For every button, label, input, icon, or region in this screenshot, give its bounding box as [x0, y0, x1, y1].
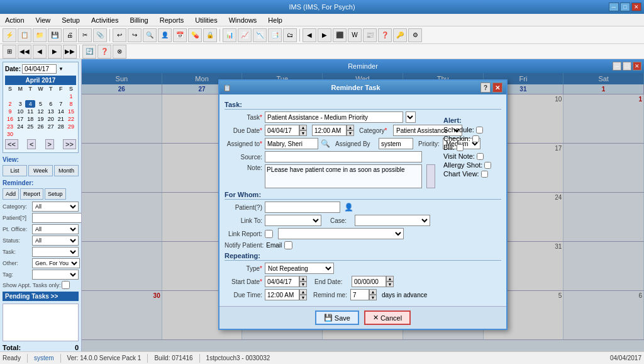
tb-btn-13[interactable]: 💊	[188, 28, 202, 42]
cal-day-13[interactable]: 13	[46, 108, 56, 115]
remind-days-up[interactable]: ▲	[369, 289, 377, 295]
filter-status-select[interactable]: All	[32, 236, 79, 246]
tb-btn-9[interactable]: ↪	[128, 28, 142, 42]
cal-day-17[interactable]: 17	[15, 115, 25, 123]
tb2-btn-1[interactable]: ⊞	[3, 45, 16, 59]
link-report-checkbox[interactable]	[265, 230, 273, 238]
tb-btn-27[interactable]: ⚙	[408, 28, 422, 42]
menu-utilities[interactable]: Utilities	[192, 16, 219, 25]
tb-btn-20[interactable]: ◀	[303, 28, 316, 42]
alert-schedule-checkbox[interactable]	[476, 127, 483, 134]
due-date-down[interactable]: ▼	[299, 130, 307, 136]
patient-input[interactable]	[265, 202, 340, 213]
date-dropdown-arrow[interactable]: ▼	[58, 65, 64, 72]
remind-days-input[interactable]	[350, 289, 369, 300]
reminder-maximize-btn[interactable]: □	[623, 62, 631, 71]
tb-btn-5[interactable]: 🖨	[63, 28, 77, 42]
menu-view[interactable]: View	[33, 16, 53, 25]
tb-btn-26[interactable]: 🔑	[393, 28, 407, 42]
end-date-down[interactable]: ▼	[386, 282, 394, 287]
case-select[interactable]	[355, 215, 430, 226]
repeat-type-select[interactable]: Not Repeating	[265, 263, 334, 274]
tb-btn-6[interactable]: ✂	[78, 28, 92, 42]
cal-day-14[interactable]: 14	[56, 108, 66, 115]
tb-btn-21[interactable]: ▶	[318, 28, 331, 42]
tb-btn-4[interactable]: 💾	[48, 28, 62, 42]
save-button[interactable]: 💾 Save	[315, 310, 359, 325]
tb2-refresh-btn[interactable]: 🔄	[82, 45, 96, 59]
due-time2-down[interactable]: ▼	[299, 295, 307, 300]
maximize-button[interactable]: □	[620, 3, 630, 11]
filter-pt-office-select[interactable]: All	[32, 224, 79, 234]
cal-day-4-today[interactable]: 4	[25, 100, 35, 108]
view-list-btn[interactable]: List	[3, 165, 27, 176]
remind-days-down[interactable]: ▼	[369, 295, 377, 300]
tb-btn-25[interactable]: ❓	[378, 28, 392, 42]
cal-next[interactable]: >	[45, 139, 54, 149]
tb-btn-19[interactable]: 🗂	[283, 28, 297, 42]
cal-day-29[interactable]: 29	[66, 123, 76, 130]
tb2-btn-3[interactable]: ◀	[33, 45, 47, 59]
cal-day-12[interactable]: 12	[35, 108, 45, 115]
assigned-by-input[interactable]	[379, 138, 413, 149]
cal-day-3[interactable]: 3	[15, 100, 25, 108]
cal-day-24[interactable]: 24	[15, 123, 25, 130]
dialog-help-btn[interactable]: ?	[480, 82, 491, 93]
menu-help[interactable]: Help	[265, 16, 285, 25]
cal-day-11[interactable]: 11	[25, 108, 35, 115]
pending-tasks-link[interactable]: Pending Tasks >>	[3, 292, 79, 301]
reminder-close-btn[interactable]: ✕	[633, 62, 641, 71]
tb-btn-2[interactable]: 📋	[18, 28, 31, 42]
alert-checkin-checkbox[interactable]	[472, 135, 479, 142]
end-date-input[interactable]	[352, 276, 386, 287]
tb-btn-3[interactable]: 📁	[33, 28, 47, 42]
menu-billing[interactable]: Billing	[127, 16, 150, 25]
date-input[interactable]	[22, 64, 57, 74]
status-user[interactable]: system	[34, 355, 54, 361]
menu-windows[interactable]: Windows	[226, 16, 260, 25]
tb-btn-15[interactable]: 📊	[223, 28, 236, 42]
tb2-btn-2[interactable]: ◀◀	[18, 45, 31, 59]
tb-btn-1[interactable]: ⚡	[3, 28, 16, 42]
alert-bill-checkbox[interactable]	[457, 144, 464, 151]
filter-category-select[interactable]: All	[32, 202, 79, 212]
cal-day-23[interactable]: 23	[5, 123, 15, 130]
cal-day-19[interactable]: 19	[35, 115, 45, 123]
view-month-btn[interactable]: Month	[54, 165, 79, 176]
minimize-button[interactable]: ─	[609, 3, 619, 11]
tb-btn-12[interactable]: 📅	[173, 28, 187, 42]
note-expand-btn[interactable]	[426, 164, 435, 188]
cal-day-28[interactable]: 28	[56, 123, 66, 130]
note-textarea[interactable]: PLease have patient come in as soon as p…	[265, 164, 422, 188]
menu-action[interactable]: Action	[3, 16, 27, 25]
cal-day-16[interactable]: 16	[5, 115, 15, 123]
tb-btn-17[interactable]: 📉	[253, 28, 267, 42]
menu-activities[interactable]: Activities	[89, 16, 121, 25]
end-date-up[interactable]: ▲	[386, 276, 394, 282]
cal-day-10[interactable]: 10	[15, 108, 25, 115]
cal-day-27[interactable]: 27	[46, 123, 56, 130]
due-time2-up[interactable]: ▲	[299, 289, 307, 295]
cal-next-next[interactable]: >>	[63, 139, 76, 149]
dialog-close-btn[interactable]: ✕	[492, 82, 502, 93]
tb-btn-23[interactable]: W	[348, 28, 362, 42]
tb2-btn-5[interactable]: ▶▶	[63, 45, 77, 59]
cal-day-25[interactable]: 25	[25, 123, 35, 130]
cal-day-6[interactable]: 6	[46, 100, 56, 108]
tb-btn-22[interactable]: ⬛	[333, 28, 347, 42]
due-time-up[interactable]: ▲	[347, 125, 354, 130]
start-date-down[interactable]: ▼	[299, 282, 307, 287]
filter-tag-select[interactable]	[32, 270, 79, 280]
source-input[interactable]	[265, 151, 422, 162]
alert-allergy-shot-checkbox[interactable]	[484, 162, 491, 169]
cancel-button[interactable]: ✕ Cancel	[364, 310, 411, 325]
due-date-up[interactable]: ▲	[299, 125, 307, 130]
cal-day-9[interactable]: 9	[5, 108, 15, 115]
cal-day-18[interactable]: 18	[25, 115, 35, 123]
show-appt-checkbox[interactable]	[62, 281, 70, 289]
reminder-minimize-btn[interactable]: ─	[613, 62, 621, 71]
tb-btn-7[interactable]: 📎	[93, 28, 107, 42]
cal-day-1[interactable]: 1	[66, 93, 76, 100]
tb2-help-btn[interactable]: ❓	[97, 45, 111, 59]
menu-reports[interactable]: Reports	[157, 16, 187, 25]
